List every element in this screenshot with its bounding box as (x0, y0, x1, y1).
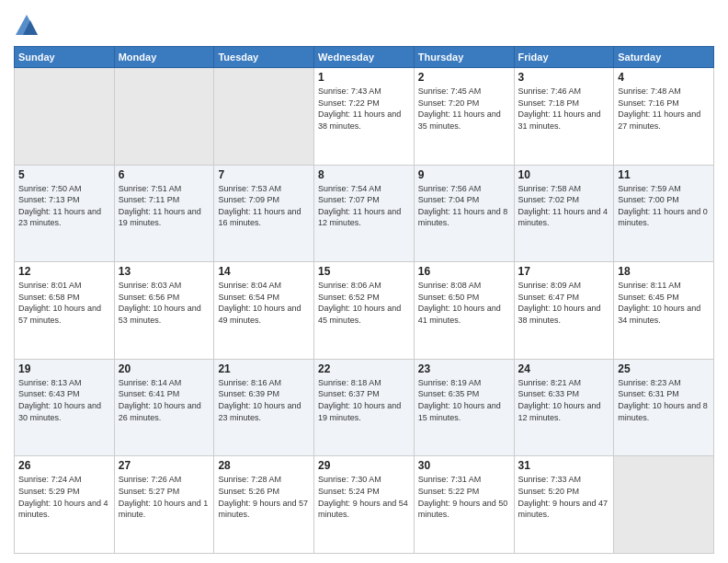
day-info: Sunrise: 7:31 AM Sunset: 5:22 PM Dayligh… (418, 474, 510, 520)
day-info: Sunrise: 7:33 AM Sunset: 5:20 PM Dayligh… (518, 474, 610, 520)
calendar-cell: 21Sunrise: 8:16 AM Sunset: 6:39 PM Dayli… (214, 359, 314, 456)
calendar-cell: 19Sunrise: 8:13 AM Sunset: 6:43 PM Dayli… (15, 359, 115, 456)
day-info: Sunrise: 7:58 AM Sunset: 7:02 PM Dayligh… (518, 183, 610, 229)
day-info: Sunrise: 8:16 AM Sunset: 6:39 PM Dayligh… (218, 377, 310, 423)
day-number: 6 (119, 168, 210, 181)
day-info: Sunrise: 8:01 AM Sunset: 6:58 PM Dayligh… (18, 280, 110, 326)
day-number: 17 (518, 265, 610, 278)
day-number: 13 (119, 265, 210, 278)
calendar-cell: 17Sunrise: 8:09 AM Sunset: 6:47 PM Dayli… (514, 262, 614, 360)
day-number: 4 (618, 71, 710, 84)
day-info: Sunrise: 7:24 AM Sunset: 5:29 PM Dayligh… (18, 474, 110, 520)
day-info: Sunrise: 7:54 AM Sunset: 7:07 PM Dayligh… (318, 183, 410, 229)
day-info: Sunrise: 8:06 AM Sunset: 6:52 PM Dayligh… (318, 280, 410, 326)
calendar-cell (15, 68, 115, 166)
calendar-cell: 8Sunrise: 7:54 AM Sunset: 7:07 PM Daylig… (314, 165, 415, 262)
calendar-cell: 12Sunrise: 8:01 AM Sunset: 6:58 PM Dayli… (15, 262, 115, 360)
day-number: 20 (119, 362, 210, 375)
calendar-cell: 3Sunrise: 7:46 AM Sunset: 7:18 PM Daylig… (514, 68, 614, 166)
day-number: 15 (318, 265, 410, 278)
calendar-cell: 4Sunrise: 7:48 AM Sunset: 7:16 PM Daylig… (614, 68, 714, 166)
day-number: 19 (18, 362, 110, 375)
calendar-cell: 18Sunrise: 8:11 AM Sunset: 6:45 PM Dayli… (614, 262, 714, 360)
calendar-cell: 28Sunrise: 7:28 AM Sunset: 5:26 PM Dayli… (214, 456, 314, 554)
calendar: SundayMondayTuesdayWednesdayThursdayFrid… (14, 46, 714, 554)
day-number: 27 (119, 459, 210, 472)
day-number: 5 (18, 168, 110, 181)
day-info: Sunrise: 7:59 AM Sunset: 7:00 PM Dayligh… (618, 183, 710, 229)
weekday-header-friday: Friday (514, 47, 614, 68)
calendar-cell: 24Sunrise: 8:21 AM Sunset: 6:33 PM Dayli… (514, 359, 614, 456)
day-number: 14 (218, 265, 310, 278)
day-info: Sunrise: 7:50 AM Sunset: 7:13 PM Dayligh… (18, 183, 110, 229)
day-info: Sunrise: 7:28 AM Sunset: 5:26 PM Dayligh… (218, 474, 310, 520)
day-number: 30 (418, 459, 510, 472)
calendar-week-row: 1Sunrise: 7:43 AM Sunset: 7:22 PM Daylig… (15, 68, 714, 166)
calendar-cell: 30Sunrise: 7:31 AM Sunset: 5:22 PM Dayli… (414, 456, 514, 554)
day-info: Sunrise: 7:56 AM Sunset: 7:04 PM Dayligh… (418, 183, 510, 229)
day-number: 2 (418, 71, 510, 84)
day-number: 21 (218, 362, 310, 375)
header (14, 9, 714, 39)
calendar-cell: 13Sunrise: 8:03 AM Sunset: 6:56 PM Dayli… (114, 262, 214, 360)
day-info: Sunrise: 8:21 AM Sunset: 6:33 PM Dayligh… (518, 377, 610, 423)
calendar-cell: 11Sunrise: 7:59 AM Sunset: 7:00 PM Dayli… (614, 165, 714, 262)
weekday-header-tuesday: Tuesday (214, 47, 314, 68)
day-number: 24 (518, 362, 610, 375)
day-info: Sunrise: 8:09 AM Sunset: 6:47 PM Dayligh… (518, 280, 610, 326)
day-info: Sunrise: 7:30 AM Sunset: 5:24 PM Dayligh… (318, 474, 410, 520)
day-number: 26 (18, 459, 110, 472)
calendar-week-row: 5Sunrise: 7:50 AM Sunset: 7:13 PM Daylig… (15, 165, 714, 262)
calendar-cell (614, 456, 714, 554)
day-info: Sunrise: 8:14 AM Sunset: 6:41 PM Dayligh… (119, 377, 210, 423)
calendar-cell: 14Sunrise: 8:04 AM Sunset: 6:54 PM Dayli… (214, 262, 314, 360)
day-info: Sunrise: 7:48 AM Sunset: 7:16 PM Dayligh… (618, 86, 710, 132)
day-number: 3 (518, 71, 610, 84)
day-info: Sunrise: 7:53 AM Sunset: 7:09 PM Dayligh… (218, 183, 310, 229)
day-number: 12 (18, 265, 110, 278)
day-info: Sunrise: 8:03 AM Sunset: 6:56 PM Dayligh… (119, 280, 210, 326)
day-info: Sunrise: 8:23 AM Sunset: 6:31 PM Dayligh… (618, 377, 710, 423)
calendar-cell: 20Sunrise: 8:14 AM Sunset: 6:41 PM Dayli… (114, 359, 214, 456)
day-info: Sunrise: 7:46 AM Sunset: 7:18 PM Dayligh… (518, 86, 610, 132)
weekday-header-saturday: Saturday (614, 47, 714, 68)
calendar-cell: 10Sunrise: 7:58 AM Sunset: 7:02 PM Dayli… (514, 165, 614, 262)
page: SundayMondayTuesdayWednesdayThursdayFrid… (0, 0, 728, 563)
calendar-cell: 23Sunrise: 8:19 AM Sunset: 6:35 PM Dayli… (414, 359, 514, 456)
day-number: 9 (418, 168, 510, 181)
day-number: 25 (618, 362, 710, 375)
calendar-cell: 9Sunrise: 7:56 AM Sunset: 7:04 PM Daylig… (414, 165, 514, 262)
weekday-header-sunday: Sunday (15, 47, 115, 68)
weekday-header-monday: Monday (114, 47, 214, 68)
calendar-cell: 1Sunrise: 7:43 AM Sunset: 7:22 PM Daylig… (314, 68, 415, 166)
day-info: Sunrise: 7:51 AM Sunset: 7:11 PM Dayligh… (119, 183, 210, 229)
day-info: Sunrise: 8:13 AM Sunset: 6:43 PM Dayligh… (18, 377, 110, 423)
calendar-week-row: 19Sunrise: 8:13 AM Sunset: 6:43 PM Dayli… (15, 359, 714, 456)
calendar-cell: 29Sunrise: 7:30 AM Sunset: 5:24 PM Dayli… (314, 456, 415, 554)
day-info: Sunrise: 7:45 AM Sunset: 7:20 PM Dayligh… (418, 86, 510, 132)
day-number: 1 (318, 71, 410, 84)
day-info: Sunrise: 8:04 AM Sunset: 6:54 PM Dayligh… (218, 280, 310, 326)
calendar-cell: 5Sunrise: 7:50 AM Sunset: 7:13 PM Daylig… (15, 165, 115, 262)
day-info: Sunrise: 7:26 AM Sunset: 5:27 PM Dayligh… (119, 474, 210, 520)
day-number: 18 (618, 265, 710, 278)
calendar-week-row: 26Sunrise: 7:24 AM Sunset: 5:29 PM Dayli… (15, 456, 714, 554)
day-number: 8 (318, 168, 410, 181)
calendar-cell: 7Sunrise: 7:53 AM Sunset: 7:09 PM Daylig… (214, 165, 314, 262)
weekday-header-row: SundayMondayTuesdayWednesdayThursdayFrid… (15, 47, 714, 68)
day-number: 7 (218, 168, 310, 181)
calendar-cell (214, 68, 314, 166)
calendar-cell: 15Sunrise: 8:06 AM Sunset: 6:52 PM Dayli… (314, 262, 415, 360)
day-number: 23 (418, 362, 510, 375)
day-number: 16 (418, 265, 510, 278)
logo-icon (14, 13, 40, 39)
day-number: 29 (318, 459, 410, 472)
day-info: Sunrise: 8:11 AM Sunset: 6:45 PM Dayligh… (618, 280, 710, 326)
day-number: 28 (218, 459, 310, 472)
calendar-cell: 27Sunrise: 7:26 AM Sunset: 5:27 PM Dayli… (114, 456, 214, 554)
day-number: 22 (318, 362, 410, 375)
day-number: 10 (518, 168, 610, 181)
calendar-cell: 26Sunrise: 7:24 AM Sunset: 5:29 PM Dayli… (15, 456, 115, 554)
calendar-cell: 2Sunrise: 7:45 AM Sunset: 7:20 PM Daylig… (414, 68, 514, 166)
weekday-header-thursday: Thursday (414, 47, 514, 68)
